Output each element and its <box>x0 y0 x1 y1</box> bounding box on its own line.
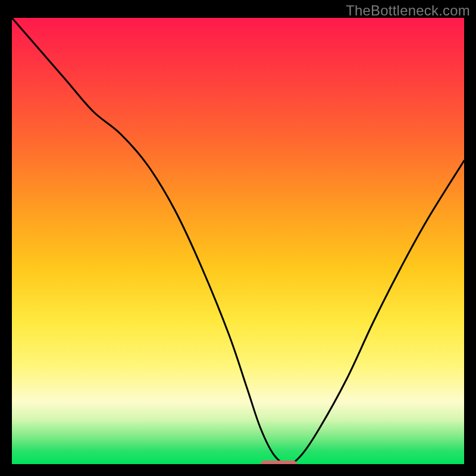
watermark-text: TheBottleneck.com <box>346 2 470 19</box>
minimum-marker <box>261 461 297 464</box>
bottleneck-curve <box>12 18 464 464</box>
plot-area <box>12 18 464 464</box>
curve-path <box>12 18 464 464</box>
chart-frame: TheBottleneck.com <box>0 0 476 476</box>
